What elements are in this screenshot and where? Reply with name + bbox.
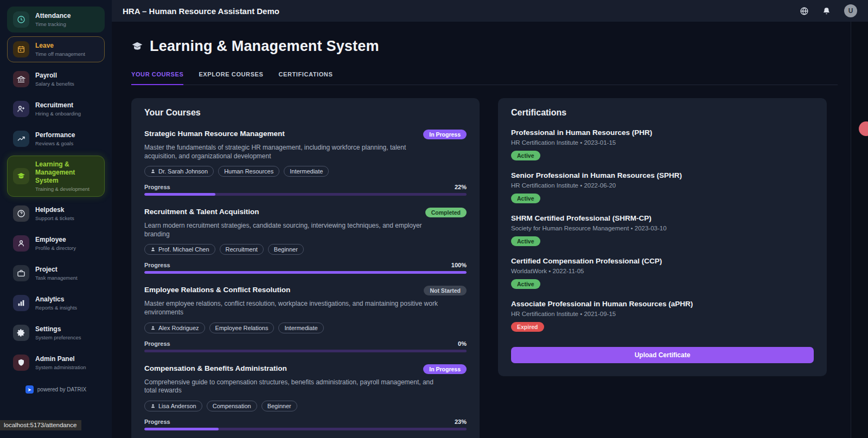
- certification-item: Senior Professional in Human Resources (…: [511, 171, 814, 203]
- certification-item: Professional in Human Resources (PHR) HR…: [511, 128, 814, 160]
- sidebar-item-leave[interactable]: Leave Time off management: [7, 36, 105, 62]
- sidebar-item-project[interactable]: Project Task management: [7, 260, 105, 286]
- bell-icon[interactable]: [822, 7, 831, 16]
- bank-icon: [13, 71, 29, 87]
- certification-status-badge: Active: [511, 236, 540, 246]
- sidebar-item-label: Analytics: [35, 295, 77, 304]
- sidebar-item-sublabel: Training & development: [35, 186, 90, 192]
- sidebar-item-analytics[interactable]: Analytics Reports & insights: [7, 290, 105, 316]
- progress-bar: [144, 271, 467, 274]
- certification-item: SHRM Certified Professional (SHRM-CP) So…: [511, 214, 814, 246]
- graduation-cap-icon: [131, 41, 143, 53]
- status-badge: In Progress: [423, 364, 467, 374]
- sidebar-item-helpdesk[interactable]: Helpdesk Support & tickets: [7, 201, 105, 227]
- sidebar-item-label: Admin Panel: [35, 355, 86, 363]
- scrollbar-gutter: [851, 22, 868, 438]
- graduation-cap-icon: [13, 168, 29, 184]
- person-icon: [13, 235, 29, 252]
- browser-status-bar: localhost:5173/attendance: [0, 420, 81, 430]
- tab-your-courses[interactable]: YOUR COURSES: [131, 71, 183, 85]
- certification-meta: HR Certification Institute • 2022-06-20: [511, 182, 814, 189]
- bar-chart-icon: [13, 295, 29, 311]
- sidebar-item-sublabel: Reviews & goals: [35, 140, 75, 146]
- course-item: Recruitment & Talent Acquisition Complet…: [144, 208, 467, 274]
- sidebar-footer: ➤ powered by DATRIX: [7, 385, 105, 394]
- instructor-tag: Dr. Sarah Johnson: [144, 166, 214, 177]
- progress-bar: [144, 193, 467, 196]
- sidebar-item-sublabel: Profile & directory: [35, 245, 76, 251]
- page-title: Learning & Management System: [150, 38, 379, 55]
- status-badge: In Progress: [423, 130, 467, 139]
- sidebar-item-settings[interactable]: Settings System preferences: [7, 320, 105, 346]
- sidebar-item-label: Leave: [35, 42, 85, 50]
- course-title: Compensation & Benefits Administration: [144, 364, 287, 372]
- sidebar-item-attendance[interactable]: Attendance Time tracking: [7, 7, 105, 33]
- sidebar-item-sublabel: System administration: [35, 364, 86, 370]
- instructor-tag: Alex Rodriguez: [144, 323, 205, 333]
- sidebar-item-label: Settings: [35, 325, 81, 333]
- sidebar-item-sublabel: Salary & benefits: [35, 81, 74, 87]
- sidebar-item-label: Payroll: [35, 72, 74, 80]
- certifications-panel: Certifications Professional in Human Res…: [498, 98, 827, 376]
- instructor-tag: Lisa Anderson: [144, 401, 202, 411]
- sidebar-item-performance[interactable]: Performance Reviews & goals: [7, 126, 105, 152]
- calendar-icon: [13, 41, 29, 57]
- person-icon: [150, 169, 156, 174]
- shield-icon: [13, 355, 29, 371]
- course-description: Learn modern recruitment strategies, can…: [144, 222, 440, 239]
- tab-certifications[interactable]: CERTIFICATIONS: [278, 71, 333, 85]
- progress-label: Progress: [144, 340, 170, 347]
- powered-by-text: powered by DATRIX: [37, 387, 86, 392]
- sidebar-item-payroll[interactable]: Payroll Salary & benefits: [7, 66, 105, 92]
- course-item: Strategic Human Resource Management In P…: [144, 130, 467, 196]
- your-courses-panel: Your Courses Strategic Human Resource Ma…: [131, 98, 480, 438]
- level-tag: Intermediate: [278, 323, 323, 333]
- tab-explore-courses[interactable]: EXPLORE COURSES: [199, 71, 263, 85]
- sidebar-item-sublabel: Time off management: [35, 51, 85, 57]
- panel-title: Your Courses: [144, 108, 467, 118]
- category-tag: Human Resources: [218, 166, 279, 177]
- certification-name: Senior Professional in Human Resources (…: [511, 171, 814, 179]
- user-avatar[interactable]: U: [844, 4, 857, 17]
- sidebar-item-sublabel: System preferences: [35, 334, 81, 340]
- certification-meta: HR Certification Institute • 2021-09-15: [511, 311, 814, 317]
- upload-certificate-button[interactable]: Upload Certificate: [511, 347, 814, 363]
- course-item: Employee Relations & Conflict Resolution…: [144, 286, 467, 352]
- certification-name: Professional in Human Resources (PHR): [511, 128, 814, 137]
- level-tag: Beginner: [268, 244, 304, 255]
- certification-name: SHRM Certified Professional (SHRM-CP): [511, 214, 814, 222]
- app-title: HRA – Human Resource Assistant Demo: [123, 7, 279, 16]
- level-tag: Beginner: [261, 401, 297, 411]
- course-title: Recruitment & Talent Acquisition: [144, 208, 259, 216]
- sidebar-item-label: Employee: [35, 236, 76, 244]
- certification-item: Associate Professional in Human Resource…: [511, 300, 814, 332]
- course-item: Compensation & Benefits Administration I…: [144, 364, 467, 430]
- globe-icon[interactable]: [800, 7, 809, 16]
- sidebar-item-recruitment[interactable]: Recruitment Hiring & onboarding: [7, 96, 105, 122]
- certification-name: Certified Compensation Professional (CCP…: [511, 257, 814, 265]
- course-description: Master the fundamentals of strategic HR …: [144, 144, 440, 160]
- sidebar-item-label: Learning & Management System: [35, 160, 88, 185]
- progress-bar: [144, 428, 467, 430]
- progress-bar: [144, 350, 467, 352]
- sidebar: Attendance Time tracking Leave Time off …: [0, 0, 112, 438]
- sidebar-item-label: Attendance: [35, 12, 71, 20]
- course-title: Employee Relations & Conflict Resolution: [144, 286, 290, 294]
- sidebar-item-sublabel: Task management: [35, 275, 78, 281]
- sidebar-item-sublabel: Time tracking: [35, 21, 71, 27]
- certification-item: Certified Compensation Professional (CCP…: [511, 257, 814, 289]
- certification-meta: WorldatWork • 2022-11-05: [511, 268, 814, 274]
- main-content: Learning & Management System YOUR COURSE…: [112, 22, 868, 438]
- sidebar-item-sublabel: Reports & insights: [35, 305, 77, 311]
- tab-bar: YOUR COURSES EXPLORE COURSES CERTIFICATI…: [131, 71, 838, 85]
- person-icon: [150, 403, 156, 409]
- sidebar-item-employee[interactable]: Employee Profile & directory: [7, 230, 105, 256]
- sidebar-item-learning-management-system[interactable]: Learning & Management System Training & …: [7, 156, 105, 197]
- course-description: Master employee relations, conflict reso…: [144, 300, 440, 317]
- progress-label: Progress: [144, 262, 170, 268]
- status-badge: Not Started: [424, 286, 467, 295]
- sidebar-item-admin-panel[interactable]: Admin Panel System administration: [7, 350, 105, 376]
- trend-up-icon: [13, 131, 29, 147]
- instructor-tag: Prof. Michael Chen: [144, 244, 215, 255]
- level-tag: Intermediate: [284, 166, 329, 177]
